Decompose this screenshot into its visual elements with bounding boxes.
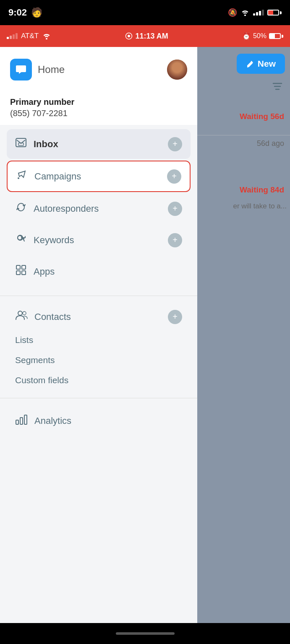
logo-area: Home [10,59,65,80]
new-button[interactable]: New [237,54,285,74]
bottom-bar [0,623,290,644]
segments-item[interactable]: Segments [15,350,182,370]
svg-point-12 [23,312,26,315]
sort-icon[interactable] [272,80,283,92]
svg-point-4 [18,177,19,179]
contacts-icon [15,309,28,324]
svg-point-1 [128,35,130,37]
contacts-header[interactable]: Contacts + [7,304,191,330]
analytics-icon [15,413,28,428]
analytics-label: Analytics [34,415,71,426]
contacts-sub-items: Lists Segments Custom fields [7,330,191,390]
location-icon [125,32,133,40]
main-content: Home Primary number (855) 707-2281 [0,47,290,623]
divider-1 [0,296,197,296]
primary-number-label: Primary number [10,97,187,107]
lists-item[interactable]: Lists [15,330,182,350]
contacts-label: Contacts [34,312,71,322]
carrier-battery-indicator [269,33,283,39]
carrier-signal-bars [7,33,18,39]
battery-indicator [267,10,282,16]
svg-rect-13 [16,420,18,424]
time-display: 9:02 [8,7,27,18]
system-status-bar: 9:02 🧑 🔕 [0,0,290,25]
avatar-image [167,60,187,80]
svg-rect-15 [24,415,27,424]
sidebar-item-campaigns[interactable]: Campaigns + [7,161,191,192]
primary-number-value: (855) 707-2281 [10,109,187,118]
svg-point-11 [18,311,22,315]
avatar[interactable] [167,60,187,80]
primary-number-section: Primary number (855) 707-2281 [0,89,197,125]
person-icon: 🧑 [31,7,42,18]
home-label: Home [38,64,65,75]
campaigns-icon [16,169,28,184]
carrier-bar: AT&T 11:13 AM ⏰ 50% [0,25,290,47]
right-panel: New Waiting 56d 56d ago Waiting 84d er w… [197,47,290,623]
carrier-time-display: 11:13 AM [135,32,168,41]
contacts-add-button[interactable]: + [168,310,182,324]
app-logo [10,59,32,80]
wifi-icon [240,9,250,16]
apps-label: Apps [34,266,55,277]
carrier-time: 11:13 AM [125,32,168,41]
autoresponders-icon [15,201,27,216]
divider-2 [0,398,197,398]
sidebar-item-analytics[interactable]: Analytics [7,406,191,436]
autoresponders-label: Autoresponders [34,203,99,214]
sidebar-item-autoresponders[interactable]: Autoresponders + [7,194,191,223]
signal-bars [253,10,264,16]
carrier-info: AT&T [7,32,51,40]
inbox-icon [15,137,27,151]
svg-rect-8 [22,265,26,269]
custom-fields-item[interactable]: Custom fields [15,370,182,390]
edit-icon [246,60,254,68]
svg-rect-9 [16,271,20,275]
svg-rect-14 [20,418,23,424]
carrier-battery-percent: 50% [253,32,266,40]
campaigns-add-button[interactable]: + [167,169,181,184]
keywords-add-button[interactable]: + [168,233,182,247]
inbox-add-button[interactable]: + [168,137,182,151]
carrier-name: AT&T [21,32,39,40]
sort-filter-area [197,80,290,101]
inbox-label: Inbox [34,139,58,150]
home-indicator[interactable] [116,632,175,635]
alarm-icon: ⏰ [242,32,251,40]
apps-icon [15,264,27,279]
carrier-wifi-icon [42,33,51,39]
nav-section: Inbox + Campaigns + [0,125,197,292]
system-time: 9:02 🧑 [8,7,42,18]
waiting-badge-1: Waiting 56d [240,112,284,121]
svg-rect-10 [22,271,26,275]
new-button-label: New [258,59,276,69]
separator-1 [197,135,290,135]
sidebar-header: Home [0,47,197,89]
sidebar-item-keywords[interactable]: Keywords + [7,225,191,255]
time-ago-label: 56d ago [257,139,284,148]
analytics-section: Analytics [0,402,197,440]
sidebar: Home Primary number (855) 707-2281 [0,47,197,623]
carrier-battery: ⏰ 50% [242,32,283,40]
sidebar-item-apps[interactable]: Apps [7,257,191,286]
keywords-label: Keywords [34,235,74,246]
contacts-section: Contacts + Lists Segments Custom fields [0,299,197,395]
svg-rect-7 [16,265,20,269]
campaigns-label: Campaigns [34,171,81,182]
system-icons: 🔕 [228,8,282,17]
autoresponders-add-button[interactable]: + [168,202,182,216]
keywords-icon [15,233,27,247]
bell-muted-icon: 🔕 [228,8,237,17]
preview-text: er will take to a... [233,202,287,210]
waiting-badge-2: Waiting 84d [240,185,284,195]
sidebar-item-inbox[interactable]: Inbox + [7,129,191,159]
